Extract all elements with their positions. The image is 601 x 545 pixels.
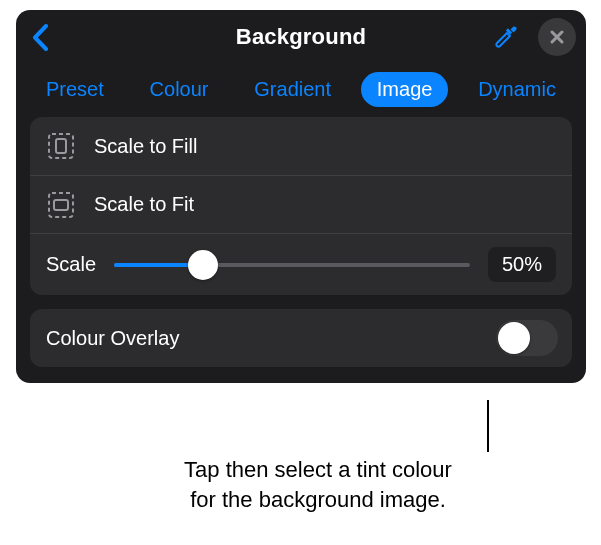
colour-overlay-switch[interactable]	[496, 320, 558, 356]
svg-rect-5	[49, 193, 73, 217]
svg-rect-6	[54, 200, 68, 210]
scale-value[interactable]: 50%	[488, 247, 556, 282]
tab-image[interactable]: Image	[361, 72, 449, 107]
overlay-label: Colour Overlay	[46, 327, 179, 350]
background-panel: Background Preset Colour Gradient Image …	[16, 10, 586, 383]
panel-header: Background	[16, 10, 586, 64]
overlay-group: Colour Overlay	[30, 309, 572, 367]
option-label: Scale to Fit	[94, 193, 194, 216]
scale-slider[interactable]	[114, 250, 470, 280]
scale-to-fit-icon	[46, 190, 76, 220]
colour-overlay-row: Colour Overlay	[30, 309, 572, 367]
option-scale-to-fit[interactable]: Scale to Fit	[30, 175, 572, 233]
close-icon	[549, 29, 565, 45]
tab-colour[interactable]: Colour	[134, 72, 225, 107]
callout-leader-line	[487, 400, 489, 452]
switch-knob	[498, 322, 530, 354]
tab-dynamic[interactable]: Dynamic	[462, 72, 572, 107]
eyedropper-icon	[493, 24, 519, 50]
option-label: Scale to Fill	[94, 135, 197, 158]
callout-line-2: for the background image.	[118, 485, 518, 515]
image-options-group: Scale to Fill Scale to Fit Scale 50%	[30, 117, 572, 295]
scale-row: Scale 50%	[30, 233, 572, 295]
option-scale-to-fill[interactable]: Scale to Fill	[30, 117, 572, 175]
svg-rect-3	[49, 134, 73, 158]
slider-thumb[interactable]	[188, 250, 218, 280]
tab-preset[interactable]: Preset	[30, 72, 120, 107]
eyedropper-button[interactable]	[486, 17, 526, 57]
callout-text: Tap then select a tint colour for the ba…	[118, 455, 518, 514]
scale-label: Scale	[46, 253, 96, 276]
chevron-left-icon	[32, 24, 49, 51]
tab-gradient[interactable]: Gradient	[238, 72, 347, 107]
back-button[interactable]	[26, 17, 66, 57]
close-button[interactable]	[538, 18, 576, 56]
scale-to-fill-icon	[46, 131, 76, 161]
tab-bar: Preset Colour Gradient Image Dynamic	[16, 64, 586, 117]
svg-rect-4	[56, 139, 66, 153]
callout-line-1: Tap then select a tint colour	[118, 455, 518, 485]
header-actions	[486, 17, 576, 57]
